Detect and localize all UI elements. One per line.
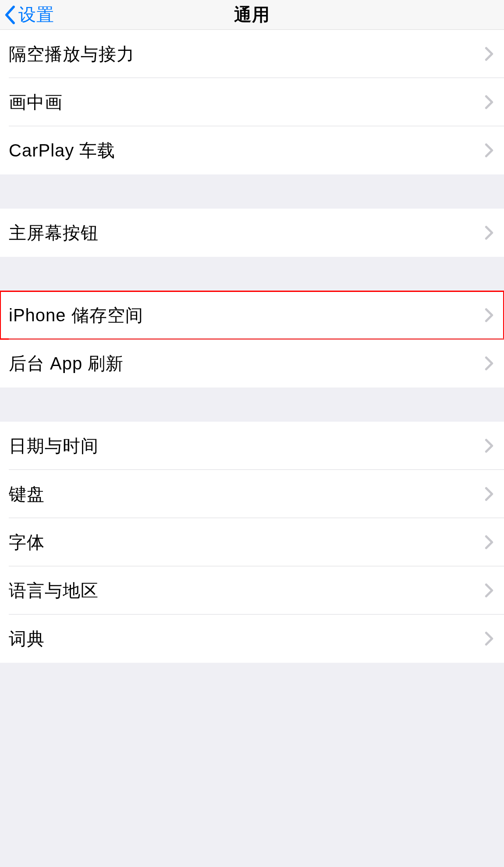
group-spacer [0, 257, 504, 291]
row-label: 后台 App 刷新 [9, 352, 124, 376]
chevron-right-icon [485, 308, 493, 323]
row-label: 词典 [9, 627, 45, 651]
navbar: 设置 通用 [0, 0, 504, 30]
settings-row-dictionary[interactable]: 词典 [0, 615, 504, 663]
separator [9, 339, 504, 339]
settings-row-iphone-storage[interactable]: iPhone 储存空间 [0, 291, 504, 339]
back-button[interactable]: 设置 [0, 3, 54, 27]
settings-row-keyboard[interactable]: 键盘 [0, 470, 504, 518]
row-label: iPhone 储存空间 [9, 303, 143, 327]
page-title: 通用 [234, 3, 270, 27]
chevron-right-icon [485, 487, 493, 501]
group-spacer [0, 174, 504, 209]
settings-group: 主屏幕按钮 [0, 209, 504, 257]
settings-row-date-time[interactable]: 日期与时间 [0, 422, 504, 470]
chevron-right-icon [485, 225, 493, 240]
chevron-right-icon [485, 46, 493, 61]
row-label: 键盘 [9, 482, 45, 506]
settings-row-carplay[interactable]: CarPlay 车载 [0, 126, 504, 174]
chevron-right-icon [485, 95, 493, 110]
row-label: 语言与地区 [9, 579, 99, 603]
back-label: 设置 [18, 3, 54, 27]
settings-row-language-region[interactable]: 语言与地区 [0, 566, 504, 615]
settings-group: iPhone 储存空间后台 App 刷新 [0, 291, 504, 387]
row-label: 主屏幕按钮 [9, 221, 99, 245]
chevron-right-icon [485, 143, 493, 158]
settings-row-pip[interactable]: 画中画 [0, 78, 504, 126]
chevron-right-icon [485, 631, 493, 646]
chevron-left-icon [4, 5, 16, 25]
group-spacer [0, 387, 504, 422]
settings-row-airplay-handoff[interactable]: 隔空播放与接力 [0, 30, 504, 78]
settings-row-background-app-refresh[interactable]: 后台 App 刷新 [0, 339, 504, 387]
settings-row-fonts[interactable]: 字体 [0, 518, 504, 566]
settings-group: 日期与时间键盘字体语言与地区词典 [0, 422, 504, 663]
row-label: 隔空播放与接力 [9, 42, 135, 66]
chevron-right-icon [485, 438, 493, 453]
settings-row-home-button[interactable]: 主屏幕按钮 [0, 209, 504, 257]
row-label: 日期与时间 [9, 434, 99, 458]
row-label: 画中画 [9, 90, 63, 114]
chevron-right-icon [485, 356, 493, 371]
chevron-right-icon [485, 583, 493, 598]
chevron-right-icon [485, 535, 493, 550]
settings-group: 隔空播放与接力画中画CarPlay 车载 [0, 30, 504, 174]
row-label: 字体 [9, 530, 45, 554]
row-label: CarPlay 车载 [9, 139, 115, 163]
